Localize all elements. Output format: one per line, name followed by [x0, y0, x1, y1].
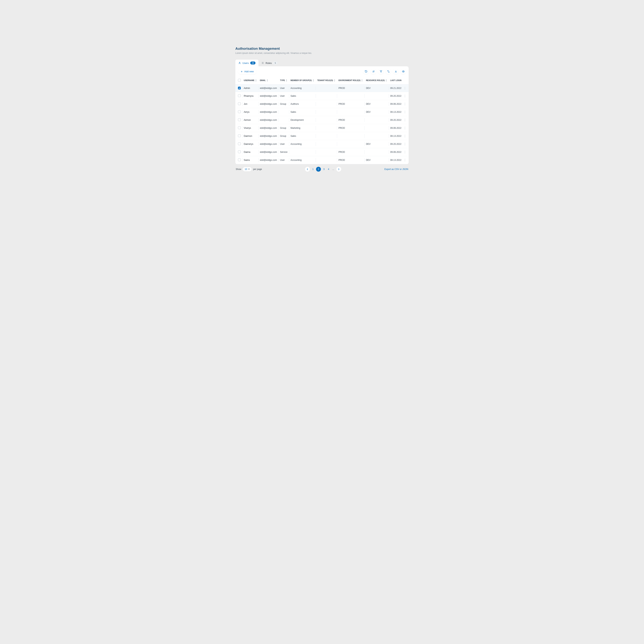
- cell-last-login: 09.06.2022: [389, 100, 403, 108]
- row-checkbox[interactable]: [238, 158, 241, 161]
- cell-resource: [364, 148, 389, 156]
- eye-icon[interactable]: [400, 69, 406, 74]
- row-actions-button[interactable]: [403, 92, 409, 100]
- cell-env: [337, 140, 364, 148]
- page-size-select[interactable]: 10: [243, 167, 252, 171]
- cell-env: PROD: [337, 156, 364, 164]
- svg-point-14: [405, 111, 405, 111]
- history-icon[interactable]: [363, 69, 369, 74]
- cell-tenant: [316, 108, 337, 116]
- select-all-checkbox[interactable]: [238, 79, 241, 82]
- cell-env: [337, 132, 364, 140]
- page-number[interactable]: 3: [322, 168, 326, 171]
- row-actions-button[interactable]: [403, 140, 409, 148]
- sort-icon: [361, 79, 363, 81]
- row-checkbox[interactable]: [238, 87, 241, 89]
- cell-type: User: [279, 84, 289, 92]
- tab-roles-count: 5: [273, 61, 277, 64]
- cell-groups: Marketing: [289, 124, 316, 132]
- row-checkbox[interactable]: [238, 94, 241, 97]
- row-checkbox[interactable]: [238, 110, 241, 113]
- cell-type: User: [279, 92, 289, 100]
- cell-username: Viserys: [242, 124, 258, 132]
- cell-resource: [364, 124, 389, 132]
- cell-groups: Sales: [289, 92, 316, 100]
- panel: Add new: [235, 66, 409, 164]
- svg-point-1: [262, 63, 263, 63]
- col-email[interactable]: EMAIL: [258, 77, 279, 84]
- cell-tenant: [316, 148, 337, 156]
- row-checkbox[interactable]: [238, 142, 241, 145]
- cell-last-login: 09.20.2022: [389, 140, 403, 148]
- svg-point-17: [405, 119, 405, 119]
- cell-email: edd@eddgo.com: [258, 100, 279, 108]
- row-actions-button[interactable]: [403, 124, 409, 132]
- cell-type: Group: [279, 132, 289, 140]
- row-checkbox[interactable]: [238, 150, 241, 153]
- col-username[interactable]: USERNAME: [242, 77, 258, 84]
- col-tenant[interactable]: TENANT ROLE(S): [316, 77, 337, 84]
- cell-email: edd@eddgo.com: [258, 156, 279, 164]
- per-page-control: Show 10 per page: [236, 167, 262, 171]
- table-row: Admin edd@eddgo.com User Accounting PROD…: [235, 84, 409, 92]
- tab-roles[interactable]: Roles 5: [258, 60, 280, 66]
- row-actions-button[interactable]: [403, 156, 409, 164]
- plus-icon: [241, 70, 243, 73]
- col-resource[interactable]: RESOURCE ROLE(S): [364, 77, 389, 84]
- row-actions-button[interactable]: [403, 108, 409, 116]
- svg-point-6: [405, 88, 405, 88]
- row-checkbox[interactable]: [238, 126, 241, 129]
- cell-env: PROD: [337, 116, 364, 124]
- cell-username: Daenerys: [242, 140, 258, 148]
- cell-username: Daena: [242, 148, 258, 156]
- toolbar-actions: [363, 69, 406, 74]
- page-subtitle: Lorem ipsum dolor sit amet, consectetur …: [235, 52, 409, 54]
- svg-point-25: [405, 137, 405, 137]
- row-actions-button[interactable]: [403, 116, 409, 124]
- prev-page-button[interactable]: [305, 167, 310, 172]
- row-actions-button[interactable]: [403, 84, 409, 92]
- gear-icon: [261, 62, 264, 64]
- svg-point-7: [405, 89, 405, 89]
- svg-point-26: [405, 143, 405, 143]
- svg-point-27: [405, 144, 405, 144]
- next-page-button[interactable]: [336, 167, 341, 172]
- sort-icon[interactable]: [386, 69, 391, 74]
- col-type[interactable]: TYPE: [279, 77, 289, 84]
- download-icon[interactable]: [393, 69, 399, 74]
- export-link[interactable]: Export as CSV or JSON: [384, 168, 408, 171]
- cell-last-login: 09.20.2022: [389, 92, 403, 100]
- page-number[interactable]: 1: [311, 168, 315, 171]
- show-label: Show: [236, 168, 241, 171]
- page-number[interactable]: 4: [327, 168, 330, 171]
- tab-users[interactable]: Users 20: [235, 60, 258, 66]
- table-row: Jon edd@eddgo.com Group Autthors PROD DE…: [235, 100, 409, 108]
- cell-email: edd@eddgo.com: [258, 140, 279, 148]
- col-env[interactable]: ENVIRONMENT ROLE(S): [337, 77, 364, 84]
- toolbar: Add new: [235, 66, 409, 77]
- col-groups[interactable]: MEMBER OF GROUP(S): [289, 77, 316, 84]
- cell-username: Jon: [242, 100, 258, 108]
- cell-email: edd@eddgo.com: [258, 132, 279, 140]
- cell-type: Service: [279, 148, 289, 156]
- row-checkbox[interactable]: [238, 102, 241, 105]
- cell-email: edd@eddgo.com: [258, 92, 279, 100]
- row-actions-button[interactable]: [403, 148, 409, 156]
- cell-type: User: [279, 140, 289, 148]
- svg-point-2: [374, 71, 374, 71]
- svg-point-3: [373, 72, 373, 72]
- cell-resource: DEV: [364, 140, 389, 148]
- row-actions-button[interactable]: [403, 132, 409, 140]
- sort-icon: [385, 79, 387, 81]
- sliders-icon[interactable]: [371, 69, 376, 74]
- svg-point-33: [405, 160, 405, 160]
- users-table: USERNAME EMAIL TYPE MEMBER OF GROUP(S) T…: [235, 77, 409, 164]
- row-actions-button[interactable]: [403, 100, 409, 108]
- page-number[interactable]: 2: [316, 167, 321, 172]
- row-checkbox[interactable]: [238, 134, 241, 137]
- add-new-button[interactable]: Add new: [238, 69, 256, 74]
- cell-env: PROD: [337, 100, 364, 108]
- filter-icon[interactable]: [378, 69, 384, 74]
- col-checkbox: [235, 77, 242, 84]
- row-checkbox[interactable]: [238, 118, 241, 121]
